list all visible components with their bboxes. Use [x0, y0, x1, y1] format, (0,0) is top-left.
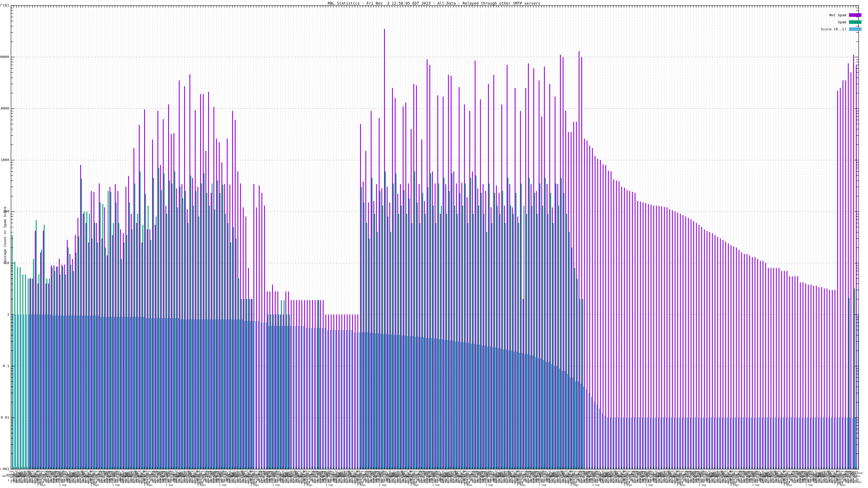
legend-swatch-spam [849, 20, 862, 24]
legend-label-spam: Spam [838, 20, 846, 24]
legend-entry-spam: Spam [821, 19, 862, 26]
legend-label-score: Score (0..1) [821, 27, 846, 31]
chart-legend: Not Spam Spam Score (0..1) [821, 11, 862, 33]
legend-label-not-spam: Not Spam [829, 13, 846, 17]
legend-swatch-not-spam [849, 13, 862, 17]
legend-swatch-score [849, 27, 862, 31]
rbl-bar-chart-canvas [0, 0, 868, 488]
chart-title: RBL Statistics - Fri Nov 3 12:58:05 EDT … [0, 1, 868, 5]
rbl-statistics-chart: RBL Statistics - Fri Nov 3 12:58:05 EDT … [0, 0, 868, 488]
legend-entry-not-spam: Not Spam [821, 11, 862, 19]
legend-entry-score: Score (0..1) [821, 26, 862, 33]
y-axis-label: Message Count or Spam Score [3, 189, 7, 282]
